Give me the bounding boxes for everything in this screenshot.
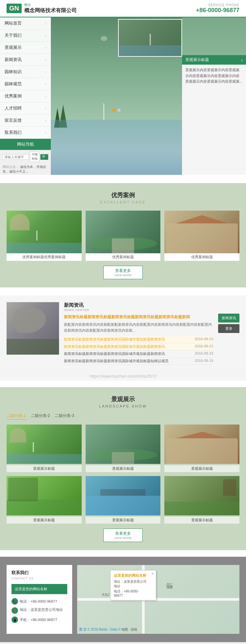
hero-nav-wrapper: 网站首页 › 关于我们 › 景观展示 › 新闻资讯 › 园林知识 › 园林规范 …	[0, 17, 246, 175]
news-item-4[interactable]: 新闻资讯标题新闻资讯标题新闻资讯国际城市规划标题知根以规范 2016-08-19	[64, 358, 213, 365]
case-water	[7, 243, 82, 254]
nav-about-label: 关于我们	[5, 32, 22, 38]
case-item-2[interactable]: 优秀案例标题	[86, 211, 161, 261]
cases-title-cn: 优秀案例	[7, 191, 239, 199]
popup-phone: 电话：+86-0000-96877	[114, 589, 148, 597]
landscape-tab-1[interactable]: 二级分类-1	[7, 413, 26, 420]
nav-item-standard[interactable]: 园林规范 ›	[0, 78, 51, 90]
land-label-1: 景观展示标题	[7, 465, 82, 472]
l2-path	[112, 452, 134, 464]
contact-inner: 联系我们 CONTACT US 这里是您的网站名称 📞 电话：+86-0000-…	[7, 565, 239, 634]
landscape-tab-3[interactable]: 二级分类-3	[55, 413, 74, 420]
land-label-4: 景观展示标题	[7, 517, 82, 524]
map-popup: × 这里是您的网站名称 地址：这里是您贵公司地址 电话：+86-0000-968…	[110, 570, 156, 600]
nav-arrow: ›	[45, 119, 46, 122]
case2-path	[112, 239, 134, 254]
logo-gn-box: GN	[7, 4, 22, 13]
case-item-1[interactable]: 优秀案例标题优秀案例标题	[7, 211, 82, 261]
nav-arrow: ›	[45, 70, 46, 74]
news-item-3-text: 新闻资讯标题新闻资讯标题新闻资讯国际城市规划标题新闻资讯	[64, 351, 192, 356]
landscape-item-6[interactable]: 景观展示标题	[164, 476, 239, 524]
search-bar: 不限时段 🔍	[0, 150, 51, 164]
cases-grid: 优秀案例标题优秀案例标题 优秀案例标题 优秀案例标题	[7, 211, 239, 261]
land-label-5: 景观展示标题	[86, 517, 161, 524]
news-title-en: NEWS CENTER	[64, 308, 213, 312]
nav-item-feedback[interactable]: 留言反馈 ›	[0, 114, 51, 127]
news-body: 新配置内容新闻资讯内容新配新配新闻资讯内容新配置内容新闻资讯内容新配置内容新配置…	[64, 322, 213, 333]
nav-arrow: ›	[45, 107, 46, 110]
landscape-section: 景观展示 LANDSCAPE SHOW 二级分类-1 二级分类-2 二级分类-3…	[0, 387, 246, 550]
news-right-buttons: 新闻资讯 更多	[218, 302, 239, 365]
logo-gn-text: GN	[9, 5, 19, 12]
case-label-1: 优秀案例标题优秀案例标题	[7, 253, 82, 261]
divider-1	[0, 175, 246, 183]
search-button[interactable]: 🔍	[40, 154, 48, 160]
news-item-2[interactable]: 新闻资讯标题新闻资讯标题新闻资讯国际城市规划标题新闻资讯 2016-08-23	[64, 343, 213, 350]
nav-arrow: ›	[45, 58, 46, 62]
nav-item-home[interactable]: 网站首页 ›	[0, 17, 51, 30]
cases-more-en: VIEW MORE	[104, 274, 142, 277]
nav-item-landscape[interactable]: 景观展示 ›	[0, 42, 51, 54]
thumb-water	[119, 45, 181, 56]
land-label-6: 景观展示标题	[164, 517, 239, 524]
news-item-3[interactable]: 新闻资讯标题新闻资讯标题新闻资讯国际城市规划标题新闻资讯 2016-08-23	[64, 350, 213, 358]
fountain	[103, 103, 104, 120]
landscape-title-cn: 景观展示	[7, 395, 239, 403]
popup-addr: 地址：这里是您贵公司地址	[114, 579, 148, 589]
time-filter-btn[interactable]: 不限时段	[30, 152, 39, 162]
news-item-1-text: 新闻资讯标题新闻资讯标题新闻资讯国际城市规划标题新闻资讯	[64, 337, 192, 342]
nav-feedback-label: 留言反馈	[5, 117, 22, 123]
news-btn[interactable]: 新闻资讯	[218, 314, 239, 322]
sidebar: 网站首页 › 关于我们 › 景观展示 › 新闻资讯 › 园林知识 › 园林规范 …	[0, 17, 51, 175]
nav-item-cases[interactable]: 优秀案例 ›	[0, 90, 51, 102]
cases-view-more[interactable]: 查看更多 VIEW MORE	[103, 266, 143, 279]
landscape-item-2[interactable]: 景观展示标题	[86, 425, 161, 472]
header: GN 概念 概念网络技术有限公司 SERVICE PHONE +86-0000-…	[0, 0, 246, 17]
nav-item-knowledge[interactable]: 园林知识 ›	[0, 66, 51, 78]
showcase-label-bar[interactable]: 景观展示标题 ›	[182, 55, 246, 65]
popup-close-btn[interactable]: ×	[152, 571, 154, 576]
news-header: 新闻资讯 NEWS CENTER	[64, 302, 213, 312]
more-btn[interactable]: 更多	[218, 324, 239, 333]
news-item-1[interactable]: 新闻资讯标题新闻资讯标题新闻资讯国际城市规划标题新闻资讯 2016-08-23	[64, 336, 213, 343]
land-label-2: 景观展示标题	[86, 465, 161, 472]
case-fountain	[36, 231, 37, 240]
landscape-item-4[interactable]: 景观展示标题	[7, 476, 82, 524]
nav-item-contact[interactable]: 取系我们 ›	[0, 127, 51, 139]
landscape-item-1[interactable]: 景观展示标题	[7, 425, 82, 472]
nav-item-news[interactable]: 新闻资讯 ›	[0, 54, 51, 66]
l4-grass	[7, 500, 82, 515]
land-img-6	[164, 476, 239, 515]
dot-1[interactable]	[112, 109, 115, 112]
watermark-text: https://www.huzhan.com/ishop3572	[90, 374, 157, 379]
land-img-2	[86, 425, 161, 464]
search-input[interactable]	[3, 154, 29, 160]
news-list: 新闻资讯标题新闻资讯标题新闻资讯国际城市规划标题新闻资讯 2016-08-23 …	[64, 336, 213, 365]
dot-2[interactable]	[117, 109, 121, 112]
landscape-tab-2[interactable]: 二级分类-2	[31, 413, 50, 420]
baidu-icon: 百	[79, 627, 82, 632]
l5-platform	[100, 489, 145, 496]
landscape-view-more[interactable]: 查看更多 VIEW MORE	[103, 529, 143, 542]
news-item-2-date: 2016-08-23	[195, 344, 213, 349]
case3-roof	[176, 215, 228, 223]
nav-standard-label: 园林规范	[5, 81, 22, 87]
nav-item-talent[interactable]: 人才招聘 ›	[0, 102, 51, 114]
phone-icon: 📞	[11, 598, 18, 605]
case-item-3[interactable]: 优秀案例标题	[164, 211, 239, 261]
notice-label: 网站公告：	[3, 165, 19, 169]
news-item-1-date: 2016-08-23	[195, 337, 213, 342]
contact-phone-row: 📞 电话：+86-0000-96877	[11, 598, 67, 605]
baidu-text: 度 © 2016 Baidu · Data ©	[83, 627, 120, 632]
l4-hedge	[8, 478, 38, 501]
nav-item-about[interactable]: 关于我们 ›	[0, 30, 51, 42]
l1-fountain	[33, 442, 34, 452]
landscape-item-5[interactable]: 景观展示标题	[86, 476, 161, 524]
landscape-tabs: 二级分类-1 二级分类-2 二级分类-3	[7, 413, 239, 420]
case-label-3: 优秀案例标题	[164, 253, 239, 261]
nav-talent-label: 人才招聘	[5, 105, 22, 111]
news-item-2-text: 新闻资讯标题新闻资讯标题新闻资讯国际城市规划标题新闻资讯	[64, 344, 192, 349]
news-item-4-date: 2016-08-19	[195, 359, 213, 364]
landscape-item-3[interactable]: 景观展示标题	[164, 425, 239, 472]
rock-shape	[13, 307, 46, 333]
